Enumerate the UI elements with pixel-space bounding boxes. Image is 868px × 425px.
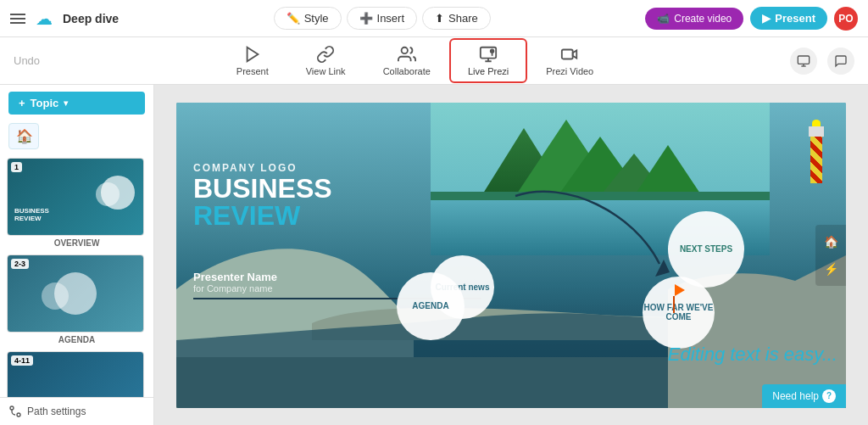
sidebar: + Topic ▾ 🏠 1 BUSINESSREVIEW Overview	[0, 85, 154, 425]
app-title: Deep dive	[63, 12, 119, 25]
chat-icon[interactable]	[827, 48, 854, 75]
toolbar-icons: Present View Link Collaborate Live Prezi…	[218, 38, 612, 83]
top-bar-center: ✏️ Style ➕ Insert ⬆ Share	[129, 7, 635, 30]
present-button[interactable]: ▶ Present	[750, 7, 827, 30]
play-icon: ▶	[762, 12, 771, 25]
create-video-button[interactable]: 📹 Create video	[645, 8, 743, 30]
avatar[interactable]: PO	[834, 7, 858, 31]
slide-thumb-overview: 1 BUSINESSREVIEW	[7, 158, 144, 236]
main-layout: + Topic ▾ 🏠 1 BUSINESSREVIEW Overview	[0, 85, 868, 425]
second-bar: Undo Present View Link Collaborate Live …	[0, 37, 868, 85]
presenter-info: Presenter Name for Company name	[193, 271, 277, 294]
svg-point-1	[401, 48, 407, 53]
slide-item-howfar[interactable]: 4-11 SOME FAR WE VECOME HOW FAR WE'VE CO…	[7, 351, 147, 397]
toolbar-view-link[interactable]: View Link	[287, 38, 364, 83]
bubble-next-steps[interactable]: NEXT STEPS	[668, 211, 744, 288]
slide-thumb-howfar: 4-11 SOME FAR WE VECOME	[7, 351, 144, 397]
slides-view-icon[interactable]	[790, 48, 817, 75]
video-icon: 📹	[657, 13, 670, 25]
svg-point-3	[491, 50, 494, 53]
help-icon: ?	[822, 389, 836, 403]
flag	[673, 299, 685, 313]
bubble-agenda[interactable]: AGENDA	[397, 272, 465, 340]
main-canvas: COMPANY LOGO BUSINESS REVIEW Presenter N…	[154, 85, 868, 425]
svg-rect-5	[798, 56, 809, 64]
canvas-area[interactable]: COMPANY LOGO BUSINESS REVIEW Presenter N…	[176, 103, 846, 408]
need-help-button[interactable]: Need help ?	[762, 384, 846, 408]
insert-icon: ➕	[359, 12, 373, 25]
cloud-icon: ☁	[36, 8, 53, 29]
top-bar-right: 📹 Create video ▶ Present PO	[645, 7, 858, 31]
arrow-svg	[498, 179, 685, 289]
editing-text: Editing text is easy...	[668, 344, 837, 366]
undo-label: Undo	[14, 54, 40, 67]
svg-rect-4	[562, 50, 573, 59]
toolbar-right-icons	[790, 48, 854, 75]
home-button[interactable]: 🏠	[8, 123, 39, 149]
chevron-down-icon: ▾	[64, 98, 68, 108]
svg-point-9	[17, 413, 20, 417]
share-icon: ⬆	[435, 12, 444, 25]
path-settings[interactable]: Path settings	[0, 397, 153, 425]
slide-item-overview[interactable]: 1 BUSINESSREVIEW Overview	[7, 158, 147, 248]
toolbar-prezi-video[interactable]: Prezi Video	[527, 38, 612, 83]
topic-button[interactable]: + Topic ▾	[8, 92, 145, 115]
plus-icon: +	[19, 97, 25, 109]
home-nav-button[interactable]: 🏠	[819, 230, 843, 254]
style-button[interactable]: ✏️ Style	[274, 7, 342, 30]
style-icon: ✏️	[287, 12, 300, 25]
slide-item-agenda[interactable]: 2-3 AGENDA	[7, 254, 147, 344]
toolbar-collaborate[interactable]: Collaborate	[364, 38, 449, 83]
svg-marker-0	[247, 48, 258, 62]
svg-marker-19	[655, 260, 670, 277]
svg-point-8	[10, 406, 14, 410]
slide-list: 1 BUSINESSREVIEW Overview 2-3	[0, 154, 153, 397]
share-button[interactable]: ⬆ Share	[422, 7, 491, 30]
nav-icon-2[interactable]: ⚡	[819, 257, 843, 281]
business-title: BUSINESS REVIEW	[193, 175, 332, 229]
toolbar-present[interactable]: Present	[218, 38, 287, 83]
right-nav: 🏠 ⚡	[815, 225, 846, 286]
insert-button[interactable]: ➕ Insert	[347, 7, 418, 30]
toolbar-live-prezi[interactable]: Live Prezi	[449, 38, 527, 83]
company-logo: COMPANY LOGO	[193, 162, 298, 174]
slide-thumb-agenda: 2-3	[7, 254, 144, 333]
top-bar: ☁ Deep dive ✏️ Style ➕ Insert ⬆ Share 📹 …	[0, 0, 868, 37]
menu-icon[interactable]	[10, 14, 25, 24]
